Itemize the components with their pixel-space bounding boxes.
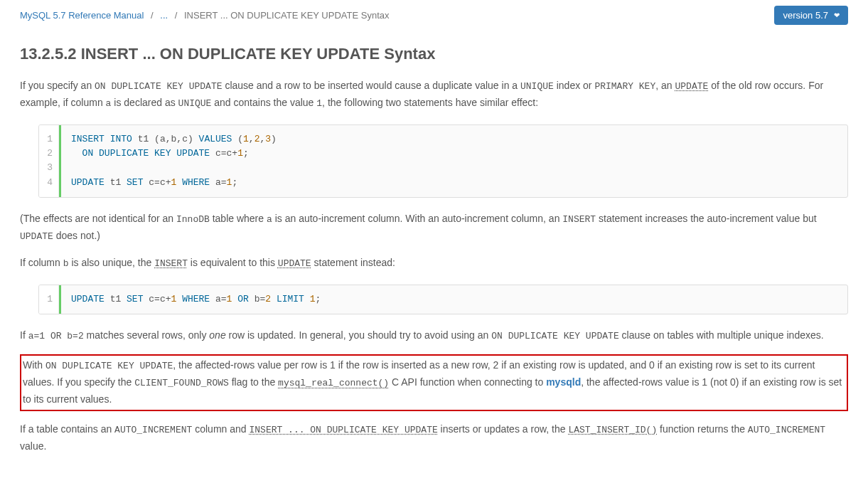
code-content: INSERT INTO t1 (a,b,c) VALUES (1,2,3) ON… (59, 125, 847, 197)
paragraph: (The effects are not identical for an In… (20, 211, 848, 245)
code-gutter: 1 (39, 285, 59, 314)
code-inline: AUTO_INCREMENT (114, 425, 192, 435)
code-link[interactable]: INSERT (154, 258, 188, 269)
code-link[interactable]: UPDATE (278, 258, 311, 269)
code-inline: a=1 OR b=2 (28, 331, 84, 341)
code-link[interactable]: mysql_real_connect() (278, 378, 389, 388)
breadcrumb-root[interactable]: MySQL 5.7 Reference Manual (20, 10, 144, 21)
paragraph: If you specify an ON DUPLICATE KEY UPDAT… (20, 78, 848, 112)
code-inline: UNIQUE (520, 81, 554, 92)
code-inline: a (267, 214, 272, 225)
breadcrumb-sep: / (151, 10, 154, 21)
code-inline: ON DUPLICATE KEY UPDATE (491, 331, 618, 341)
version-dropdown-button[interactable]: version 5.7 ❤ (774, 6, 848, 25)
code-inline: b (63, 258, 69, 269)
chevron-down-icon: ❤ (834, 11, 840, 19)
paragraph: If a table contains an AUTO_INCREMENT co… (20, 421, 848, 455)
breadcrumb-mid[interactable]: ... (160, 10, 168, 21)
code-inline: InnoDB (176, 214, 210, 225)
emphasis: one (209, 329, 225, 341)
code-content: UPDATE t1 SET c=c+1 WHERE a=1 OR b=2 LIM… (59, 285, 847, 314)
breadcrumb-leaf: INSERT ... ON DUPLICATE KEY UPDATE Synta… (184, 10, 390, 21)
code-link[interactable]: INSERT ... ON DUPLICATE KEY UPDATE (249, 425, 437, 435)
code-inline: 1 (316, 98, 322, 109)
breadcrumb-sep: / (175, 10, 178, 21)
version-label: version 5.7 (783, 10, 828, 21)
code-inline: INSERT (562, 214, 596, 225)
breadcrumb: MySQL 5.7 Reference Manual / ... / INSER… (20, 10, 389, 21)
code-inline: ON DUPLICATE KEY UPDATE (45, 361, 173, 371)
code-inline: UPDATE (20, 231, 53, 242)
code-inline: AUTO_INCREMENT (748, 425, 825, 435)
code-link[interactable]: UPDATE (675, 81, 708, 92)
paragraph: If a=1 OR b=2 matches several rows, only… (20, 327, 848, 344)
paragraph-highlighted: With ON DUPLICATE KEY UPDATE, the affect… (20, 354, 848, 411)
code-block: 1 UPDATE t1 SET c=c+1 WHERE a=1 OR b=2 L… (38, 285, 848, 314)
code-inline: ON DUPLICATE KEY UPDATE (95, 81, 222, 92)
code-inline: UNIQUE (178, 98, 212, 109)
code-gutter: 1 2 3 4 (39, 125, 59, 197)
code-inline: CLIENT_FOUND_ROWS (134, 378, 229, 388)
code-inline: PRIMARY KEY (594, 81, 655, 92)
code-block: 1 2 3 4 INSERT INTO t1 (a,b,c) VALUES (1… (38, 124, 848, 198)
paragraph: If column b is also unique, the INSERT i… (20, 255, 848, 272)
code-link[interactable]: LAST_INSERT_ID() (568, 425, 657, 435)
mysqld-link[interactable]: mysqld (546, 376, 581, 388)
page-title: 13.2.5.2 INSERT ... ON DUPLICATE KEY UPD… (20, 45, 848, 63)
